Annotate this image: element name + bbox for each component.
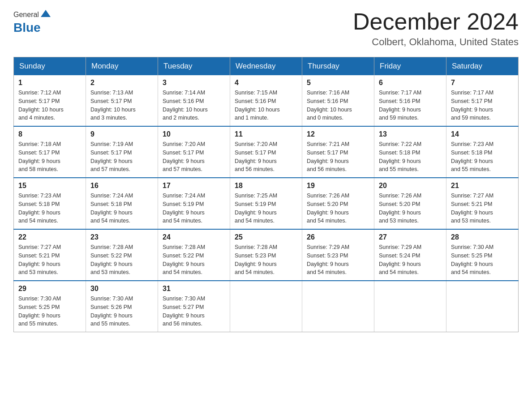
day-cell-5: 5Sunrise: 7:16 AMSunset: 5:16 PMDaylight…: [302, 75, 374, 126]
day-info: Sunrise: 7:22 AMSunset: 5:18 PMDaylight:…: [379, 140, 442, 174]
day-cell-7: 7Sunrise: 7:17 AMSunset: 5:17 PMDaylight…: [446, 75, 519, 126]
calendar-table: SundayMondayTuesdayWednesdayThursdayFrid…: [13, 57, 519, 332]
day-info: Sunrise: 7:20 AMSunset: 5:17 PMDaylight:…: [163, 140, 225, 174]
day-number: 22: [18, 233, 81, 241]
day-cell-23: 23Sunrise: 7:28 AMSunset: 5:22 PMDayligh…: [86, 229, 158, 281]
weekday-header-tuesday: Tuesday: [158, 57, 230, 76]
day-cell-27: 27Sunrise: 7:29 AMSunset: 5:24 PMDayligh…: [374, 229, 446, 281]
day-cell-15: 15Sunrise: 7:23 AMSunset: 5:18 PMDayligh…: [14, 178, 86, 229]
day-number: 5: [307, 79, 369, 87]
week-row-2: 8Sunrise: 7:18 AMSunset: 5:17 PMDaylight…: [14, 126, 519, 178]
weekday-header-sunday: Sunday: [14, 57, 86, 76]
day-number: 19: [307, 182, 369, 190]
day-cell-24: 24Sunrise: 7:28 AMSunset: 5:22 PMDayligh…: [158, 229, 230, 281]
day-number: 6: [379, 79, 442, 87]
empty-cell: [374, 281, 446, 332]
day-number: 1: [18, 79, 81, 87]
day-info: Sunrise: 7:20 AMSunset: 5:17 PMDaylight:…: [235, 140, 297, 174]
day-cell-13: 13Sunrise: 7:22 AMSunset: 5:18 PMDayligh…: [374, 126, 446, 178]
day-cell-19: 19Sunrise: 7:26 AMSunset: 5:20 PMDayligh…: [302, 178, 374, 229]
week-row-3: 15Sunrise: 7:23 AMSunset: 5:18 PMDayligh…: [14, 178, 519, 229]
title-section: December 2024 Colbert, Oklahoma, United …: [353, 9, 519, 48]
day-cell-21: 21Sunrise: 7:27 AMSunset: 5:21 PMDayligh…: [446, 178, 519, 229]
day-info: Sunrise: 7:18 AMSunset: 5:17 PMDaylight:…: [18, 140, 81, 174]
day-number: 31: [163, 285, 225, 293]
day-info: Sunrise: 7:12 AMSunset: 5:17 PMDaylight:…: [18, 89, 81, 122]
day-info: Sunrise: 7:24 AMSunset: 5:18 PMDaylight:…: [90, 192, 153, 225]
day-info: Sunrise: 7:30 AMSunset: 5:26 PMDaylight:…: [90, 295, 153, 328]
day-info: Sunrise: 7:29 AMSunset: 5:23 PMDaylight:…: [307, 243, 369, 277]
day-cell-8: 8Sunrise: 7:18 AMSunset: 5:17 PMDaylight…: [14, 126, 86, 178]
day-number: 2: [90, 79, 153, 87]
day-number: 21: [451, 182, 514, 190]
day-cell-3: 3Sunrise: 7:14 AMSunset: 5:16 PMDaylight…: [158, 75, 230, 126]
day-number: 3: [163, 79, 225, 87]
weekday-header-friday: Friday: [374, 57, 446, 76]
day-info: Sunrise: 7:15 AMSunset: 5:16 PMDaylight:…: [235, 89, 297, 122]
day-cell-14: 14Sunrise: 7:23 AMSunset: 5:18 PMDayligh…: [446, 126, 519, 178]
svg-marker-0: [41, 10, 51, 17]
day-number: 26: [307, 233, 369, 241]
day-cell-10: 10Sunrise: 7:20 AMSunset: 5:17 PMDayligh…: [158, 126, 230, 178]
day-info: Sunrise: 7:28 AMSunset: 5:23 PMDaylight:…: [235, 243, 297, 277]
day-info: Sunrise: 7:26 AMSunset: 5:20 PMDaylight:…: [379, 192, 442, 225]
day-info: Sunrise: 7:29 AMSunset: 5:24 PMDaylight:…: [379, 243, 442, 277]
logo-general-text: General: [13, 11, 39, 19]
calendar-subtitle: Colbert, Oklahoma, United States: [353, 36, 519, 48]
day-number: 25: [235, 233, 297, 241]
day-info: Sunrise: 7:13 AMSunset: 5:17 PMDaylight:…: [90, 89, 153, 122]
empty-cell: [446, 281, 519, 332]
day-cell-25: 25Sunrise: 7:28 AMSunset: 5:23 PMDayligh…: [230, 229, 302, 281]
day-number: 12: [307, 130, 369, 138]
day-cell-12: 12Sunrise: 7:21 AMSunset: 5:17 PMDayligh…: [302, 126, 374, 178]
day-info: Sunrise: 7:28 AMSunset: 5:22 PMDaylight:…: [90, 243, 153, 277]
empty-cell: [230, 281, 302, 332]
day-number: 16: [90, 182, 153, 190]
day-info: Sunrise: 7:27 AMSunset: 5:21 PMDaylight:…: [18, 243, 81, 277]
day-cell-1: 1Sunrise: 7:12 AMSunset: 5:17 PMDaylight…: [14, 75, 86, 126]
week-row-5: 29Sunrise: 7:30 AMSunset: 5:25 PMDayligh…: [14, 281, 519, 332]
day-number: 28: [451, 233, 514, 241]
day-number: 13: [379, 130, 442, 138]
week-row-4: 22Sunrise: 7:27 AMSunset: 5:21 PMDayligh…: [14, 229, 519, 281]
day-cell-22: 22Sunrise: 7:27 AMSunset: 5:21 PMDayligh…: [14, 229, 86, 281]
day-number: 14: [451, 130, 514, 138]
day-cell-11: 11Sunrise: 7:20 AMSunset: 5:17 PMDayligh…: [230, 126, 302, 178]
day-info: Sunrise: 7:23 AMSunset: 5:18 PMDaylight:…: [18, 192, 81, 225]
day-cell-16: 16Sunrise: 7:24 AMSunset: 5:18 PMDayligh…: [86, 178, 158, 229]
day-number: 20: [379, 182, 442, 190]
day-number: 9: [90, 130, 153, 138]
weekday-header-row: SundayMondayTuesdayWednesdayThursdayFrid…: [14, 57, 519, 76]
day-number: 7: [451, 79, 514, 87]
day-cell-18: 18Sunrise: 7:25 AMSunset: 5:19 PMDayligh…: [230, 178, 302, 229]
day-cell-29: 29Sunrise: 7:30 AMSunset: 5:25 PMDayligh…: [14, 281, 86, 332]
calendar-title: December 2024: [353, 9, 519, 34]
logo-line1: General: [13, 9, 51, 21]
weekday-header-wednesday: Wednesday: [230, 57, 302, 76]
day-info: Sunrise: 7:26 AMSunset: 5:20 PMDaylight:…: [307, 192, 369, 225]
day-number: 18: [235, 182, 297, 190]
day-cell-28: 28Sunrise: 7:30 AMSunset: 5:25 PMDayligh…: [446, 229, 519, 281]
logo-blue-text: Blue: [13, 21, 41, 35]
day-cell-31: 31Sunrise: 7:30 AMSunset: 5:27 PMDayligh…: [158, 281, 230, 332]
day-number: 23: [90, 233, 153, 241]
day-cell-6: 6Sunrise: 7:17 AMSunset: 5:16 PMDaylight…: [374, 75, 446, 126]
day-info: Sunrise: 7:19 AMSunset: 5:17 PMDaylight:…: [90, 140, 153, 174]
day-info: Sunrise: 7:30 AMSunset: 5:27 PMDaylight:…: [163, 295, 225, 328]
day-info: Sunrise: 7:30 AMSunset: 5:25 PMDaylight:…: [18, 295, 81, 328]
day-info: Sunrise: 7:17 AMSunset: 5:17 PMDaylight:…: [451, 89, 514, 122]
weekday-header-monday: Monday: [86, 57, 158, 76]
day-number: 29: [18, 285, 81, 293]
day-info: Sunrise: 7:17 AMSunset: 5:16 PMDaylight:…: [379, 89, 442, 122]
day-number: 30: [90, 285, 153, 293]
day-info: Sunrise: 7:25 AMSunset: 5:19 PMDaylight:…: [235, 192, 297, 225]
day-info: Sunrise: 7:28 AMSunset: 5:22 PMDaylight:…: [163, 243, 225, 277]
day-number: 4: [235, 79, 297, 87]
day-number: 17: [163, 182, 225, 190]
day-info: Sunrise: 7:23 AMSunset: 5:18 PMDaylight:…: [451, 140, 514, 174]
day-cell-2: 2Sunrise: 7:13 AMSunset: 5:17 PMDaylight…: [86, 75, 158, 126]
empty-cell: [302, 281, 374, 332]
day-number: 8: [18, 130, 81, 138]
day-number: 15: [18, 182, 81, 190]
day-cell-30: 30Sunrise: 7:30 AMSunset: 5:26 PMDayligh…: [86, 281, 158, 332]
